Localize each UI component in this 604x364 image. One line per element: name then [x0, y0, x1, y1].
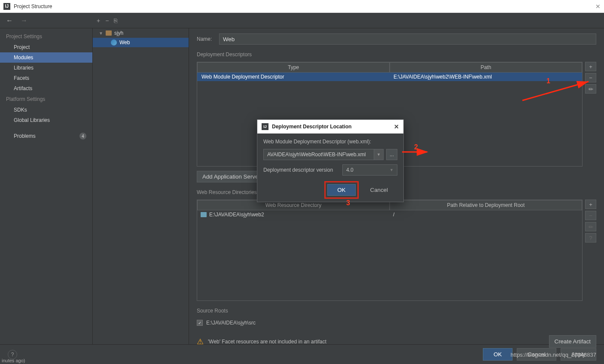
td-webres-dir-text: E:\JAVAIDEA\sjyh\web2 — [209, 212, 264, 218]
sidebar-item-label: Facets — [14, 75, 29, 81]
deploy-desc-label: Deployment Descriptors — [197, 49, 596, 58]
watermark: https://blog.csdn.net/qq_27348837 — [511, 352, 597, 358]
table-row[interactable]: Web Module Deployment Descriptor E:\JAVA… — [197, 73, 582, 81]
sidebar-item-facets[interactable]: Facets — [0, 73, 92, 83]
sidebar-item-label: Artifacts — [14, 85, 32, 91]
folder-icon — [106, 30, 112, 36]
sidebar-item-label: Global Libraries — [14, 117, 50, 123]
webres-table: Web Resource Directory Path Relative to … — [197, 200, 583, 301]
module-tree: ▼ sjyh Web — [93, 28, 189, 344]
sidebar-item-label: Problems — [14, 133, 36, 139]
problems-badge: 4 — [79, 133, 86, 140]
th-webres-path: Path Relative to Deployment Root — [390, 200, 582, 210]
dialog-cancel-button[interactable]: Cancel — [361, 184, 398, 196]
status-cut: inutes ago) — [0, 357, 27, 364]
dialog-title-bar: IJ Deployment Descriptor Location ✕ — [257, 120, 403, 133]
tree-tools: + − ⎘ — [92, 17, 122, 24]
add-webres-button[interactable]: + — [585, 200, 596, 209]
app-icon: IJ — [3, 3, 10, 10]
platform-settings-label: Platform Settings — [0, 94, 92, 105]
pencil-icon: ✎ — [587, 223, 595, 231]
sidebar-left: Project Settings Project Modules Librari… — [0, 28, 93, 344]
td-path: E:\JAVAIDEA\sjyh\web2\WEB-INF\web.xml — [390, 73, 582, 81]
version-select[interactable]: 4.0 ▼ — [342, 164, 397, 176]
remove-webres-button[interactable]: − — [585, 211, 596, 220]
folder-icon — [201, 212, 207, 217]
version-value: 4.0 — [346, 167, 354, 173]
sidebar-item-artifacts[interactable]: Artifacts — [0, 83, 92, 94]
ok-button[interactable]: OK — [483, 348, 512, 361]
version-label: Deployment descriptor version — [263, 167, 337, 173]
help-webres-button[interactable]: ? — [585, 233, 596, 243]
table-row[interactable]: E:\JAVAIDEA\sjyh\web2 / — [197, 210, 582, 219]
toolbar: ← → + − ⎘ — [0, 13, 604, 28]
add-icon[interactable]: + — [97, 17, 100, 24]
th-type: Type — [197, 62, 390, 73]
source-root-row[interactable]: ✓ E:\JAVAIDEA\sjyh\src — [197, 318, 596, 328]
copy-icon[interactable]: ⎘ — [114, 17, 117, 24]
tree-node-label: sjyh — [114, 30, 123, 36]
td-type: Web Module Deployment Descriptor — [197, 73, 390, 81]
expand-arrow-icon[interactable]: ▼ — [99, 31, 103, 36]
deployment-descriptor-dialog: IJ Deployment Descriptor Location ✕ Web … — [257, 119, 404, 202]
add-descriptor-button[interactable]: + — [585, 62, 596, 71]
browse-button[interactable]: ... — [386, 149, 397, 160]
td-webres-path: / — [390, 210, 582, 219]
sidebar-item-label: Modules — [14, 55, 33, 61]
sidebar-item-project[interactable]: Project — [0, 42, 92, 52]
sidebar-item-problems[interactable]: Problems 4 — [0, 130, 92, 142]
edit-webres-button[interactable]: ✎ — [585, 222, 596, 231]
warning-icon: ⚠ — [197, 337, 204, 346]
name-field[interactable] — [219, 33, 596, 45]
remove-descriptor-button[interactable]: − — [585, 73, 596, 82]
dialog-title: Deployment Descriptor Location — [272, 124, 390, 130]
history-nav: ← → — [0, 17, 92, 24]
name-label: Name: — [197, 36, 215, 42]
sidebar-item-global-libraries[interactable]: Global Libraries — [0, 115, 92, 125]
sidebar-item-modules[interactable]: Modules — [0, 52, 92, 63]
create-artifact-button[interactable]: Create Artifact — [549, 335, 596, 348]
td-webres-dir: E:\JAVAIDEA\sjyh\web2 — [197, 210, 390, 219]
sidebar-item-sdks[interactable]: SDKs — [0, 105, 92, 115]
window-title: Project Structure — [14, 3, 595, 9]
sidebar-item-label: SDKs — [14, 107, 27, 113]
edit-descriptor-button[interactable]: ✎ — [585, 84, 596, 94]
title-bar: IJ Project Structure ✕ — [0, 0, 604, 13]
sidebar-item-label: Project — [14, 44, 30, 50]
source-root-path: E:\JAVAIDEA\sjyh\src — [206, 320, 256, 326]
checkbox-icon[interactable]: ✓ — [197, 320, 203, 326]
close-icon[interactable]: ✕ — [595, 3, 601, 10]
th-path: Path — [390, 62, 582, 73]
dialog-close-icon[interactable]: ✕ — [394, 123, 399, 130]
descriptor-path-label: Web Module Deployment Descriptor (web.xm… — [263, 139, 397, 145]
sidebar-item-label: Libraries — [14, 65, 34, 71]
chevron-down-icon[interactable]: ▼ — [374, 149, 384, 160]
source-roots-label: Source Roots — [197, 305, 596, 314]
dialog-ok-button[interactable]: OK — [327, 184, 355, 196]
descriptor-path-combo[interactable]: ▼ — [263, 149, 384, 160]
tree-node-label: Web — [119, 39, 130, 46]
tree-node-web[interactable]: Web — [93, 38, 189, 47]
web-icon — [111, 39, 117, 46]
app-icon: IJ — [262, 123, 268, 130]
pencil-icon: ✎ — [587, 85, 595, 93]
descriptor-path-input[interactable] — [263, 149, 374, 160]
warning-text: 'Web' Facet resources are not included i… — [208, 339, 326, 345]
tree-node-root[interactable]: ▼ sjyh — [93, 28, 189, 38]
remove-icon[interactable]: − — [105, 17, 109, 24]
forward-icon[interactable]: → — [21, 17, 27, 24]
project-settings-label: Project Settings — [0, 31, 92, 42]
sidebar-item-libraries[interactable]: Libraries — [0, 63, 92, 73]
back-icon[interactable]: ← — [6, 17, 13, 24]
chevron-down-icon: ▼ — [390, 168, 394, 172]
